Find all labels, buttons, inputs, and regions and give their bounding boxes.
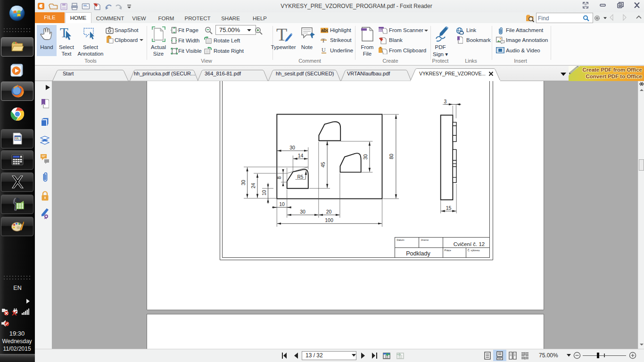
svg-text:R5: R5 — [297, 174, 304, 180]
svg-text:10: 10 — [279, 201, 285, 207]
svg-text:30: 30 — [240, 180, 246, 186]
svg-text:45: 45 — [320, 162, 326, 168]
svg-text:abc: abc — [321, 28, 328, 33]
svg-text:24: 24 — [250, 183, 256, 189]
svg-text:14: 14 — [298, 153, 304, 158]
svg-text:Cvičení č. 12: Cvičení č. 12 — [454, 241, 485, 247]
svg-text:15: 15 — [446, 205, 452, 211]
svg-text:3: 3 — [444, 99, 447, 104]
svg-text:100: 100 — [325, 217, 333, 223]
svg-text:Jméno: Jméno — [421, 239, 429, 241]
svg-text:30: 30 — [300, 209, 305, 214]
svg-text:80: 80 — [388, 154, 394, 159]
svg-text:T: T — [276, 27, 287, 42]
svg-text:20: 20 — [326, 209, 332, 214]
svg-text:8: 8 — [276, 176, 282, 179]
svg-text:Č. výkresu: Č. výkresu — [468, 249, 480, 252]
svg-text:10: 10 — [261, 190, 267, 196]
svg-text:Datum: Datum — [397, 239, 405, 241]
svg-text:U: U — [322, 47, 326, 53]
svg-text:30: 30 — [363, 154, 368, 160]
svg-text:30: 30 — [289, 145, 295, 150]
svg-text:Podklady: Podklady — [406, 250, 430, 257]
svg-text:Práce: Práce — [445, 249, 451, 252]
